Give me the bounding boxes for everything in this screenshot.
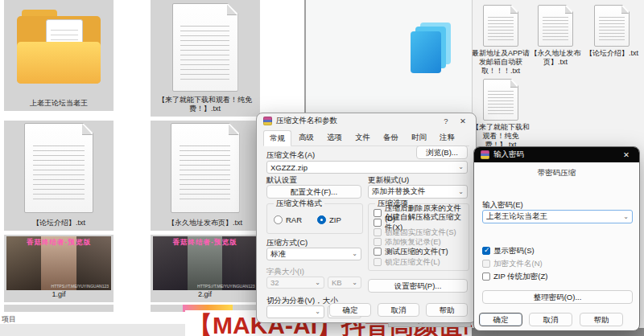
chevron-down-icon: ⌄ — [315, 309, 320, 315]
text-file-icon — [171, 123, 240, 213]
checkbox-icon — [374, 238, 382, 246]
gif-thumbnail: 香菇终结者-预览版 HTTPS://T.ME/YUYINGUAN123 — [153, 236, 258, 290]
txt-file-item[interactable]: 【永久地址发布页】.txt — [151, 121, 259, 231]
winrar-archive-dialog: 压缩文件名和参数 ? ✕ 常规 高级 选项 文件 备份 时间 注释 压缩文件名(… — [256, 113, 477, 323]
cancel-button[interactable]: 取消 — [378, 303, 419, 317]
tab-advanced[interactable]: 高级 — [293, 130, 320, 145]
folder-item[interactable]: 上老王论坛当老王 — [4, 0, 114, 111]
folder-label: 上老王论坛当老王 — [27, 99, 91, 108]
items-count-left: 项目 — [2, 314, 16, 325]
checkbox-icon — [374, 248, 382, 256]
tab-time[interactable]: 时间 — [406, 130, 432, 145]
txt-file-label: 最新地址及APP请发邮箱自动获取！！！.txt — [470, 49, 531, 76]
checkbox-icon — [374, 219, 382, 227]
txt-file-label: 【论坛介绍】.txt — [29, 219, 89, 227]
option-test-files-checkbox[interactable]: 测试压缩的文件(T) — [374, 247, 448, 256]
chevron-down-icon: ⌄ — [352, 280, 357, 286]
txt-file-item[interactable]: 最新地址及APP请发邮箱自动获取！！！.txt — [470, 5, 531, 76]
txt-file-label: 【永久地址发布页】.txt — [164, 219, 246, 227]
close-icon[interactable]: ✕ — [620, 150, 633, 159]
chevron-down-icon: ⌄ — [458, 189, 464, 195]
winrar-tab-strip: 常规 高级 选项 文件 备份 时间 注释 — [263, 130, 469, 146]
gif-thumbnail: 香菇终结者-预览版 HTTPS://T.ME/YUYINGUAN123 — [6, 236, 111, 290]
password-input[interactable] — [483, 212, 623, 221]
password-combobox: ⌄ — [482, 210, 633, 223]
winrar-dialog-title: 压缩文件名和参数 — [276, 116, 337, 126]
split-volumes-combobox[interactable]: ⌄ — [266, 305, 324, 318]
compression-options-group: 压缩选项 压缩后删除原来的文件(D) 创建自解压格式压缩文件(X) 创建固实压缩… — [368, 203, 469, 271]
gif-file-item[interactable]: 香菇终结者-预览版 HTTPS://T.ME/YUYINGUAN123 1.gi… — [4, 235, 114, 302]
desktop: 上老王论坛当老王 【来了就能下载和观看！纯免费！】.txt 【论坛介绍】.txt… — [0, 0, 644, 336]
winrar-icon — [263, 117, 272, 125]
folder-icon — [17, 10, 101, 84]
enter-password-dialog: 输入密码 ✕ 带密码压缩 输入密码(E) ⌄ 显示密码(S) 加密文件名(N) … — [473, 146, 640, 331]
gif-watermark: HTTPS://T.ME/YUYINGUAN123 — [52, 284, 109, 289]
archive-name-value: XGZZZ.zip — [270, 163, 308, 172]
compression-method-combobox[interactable]: 标准 ⌄ — [266, 248, 361, 260]
chevron-down-icon[interactable]: ⌄ — [623, 213, 632, 220]
zip-legacy-encryption-checkbox[interactable]: ZIP 传统加密(Z) — [482, 272, 547, 281]
compression-method-value: 标准 — [270, 249, 286, 260]
tab-files[interactable]: 文件 — [349, 130, 376, 145]
dictionary-unit-value: KB — [332, 278, 342, 287]
option-sfx-checkbox[interactable]: 创建自解压格式压缩文件(X) — [374, 218, 469, 227]
chevron-down-icon: ⌄ — [352, 251, 357, 257]
txt-file-item[interactable]: 【永久地址发布页】.txt — [525, 5, 586, 67]
winrar-dialog-titlebar[interactable]: 压缩文件名和参数 ? ✕ — [257, 113, 476, 129]
tab-backup[interactable]: 备份 — [378, 130, 404, 145]
text-file-icon — [594, 5, 630, 47]
txt-file-item[interactable]: 【来了就能下载和观看！纯免费！】.txt — [151, 0, 259, 117]
left-explorer-pane: 上老王论坛当老王 【来了就能下载和观看！纯免费！】.txt 【论坛介绍】.txt… — [0, 0, 259, 336]
chevron-down-icon: ⌄ — [315, 280, 320, 286]
browse-button[interactable]: 浏览(B)... — [416, 145, 468, 159]
format-zip-label: ZIP — [329, 215, 341, 224]
profiles-button[interactable]: 配置文件(F)... — [266, 185, 361, 199]
checkbox-icon — [374, 228, 382, 236]
ok-button[interactable]: 确定 — [479, 313, 522, 326]
format-rar-radio[interactable]: RAR — [274, 215, 302, 224]
password-dialog-titlebar[interactable]: 输入密码 ✕ — [474, 147, 639, 162]
format-rar-label: RAR — [286, 215, 302, 224]
winrar-icon — [481, 150, 489, 159]
text-file-icon — [24, 123, 93, 213]
tab-general[interactable]: 常规 — [263, 130, 291, 146]
gif-file-label: 2.gif — [195, 290, 215, 299]
radio-icon — [274, 215, 283, 224]
txt-file-item[interactable]: 【来了就能下载和观看！纯免费！】.txt — [470, 79, 531, 150]
dictionary-size-value: 32 — [270, 278, 279, 287]
show-password-checkbox[interactable]: 显示密码(S) — [482, 246, 535, 256]
dictionary-unit-combobox: KB ⌄ — [328, 277, 361, 289]
ok-button[interactable]: 确定 — [329, 303, 371, 317]
txt-file-item[interactable]: 【论坛介绍】.txt — [4, 121, 114, 231]
radio-icon — [317, 215, 326, 224]
set-password-button[interactable]: 设置密码(P)... — [368, 279, 468, 293]
gif-overlay-text: 香菇终结者-预览版 — [153, 238, 258, 248]
txt-file-item[interactable]: 【论坛介绍】.txt — [581, 5, 642, 58]
dictionary-size-combobox: 32 ⌄ — [266, 277, 324, 289]
help-button[interactable]: 帮助 — [580, 313, 623, 326]
update-mode-combobox[interactable]: 添加并替换文件 ⌄ — [368, 185, 468, 199]
help-button[interactable]: 帮助 — [426, 303, 468, 317]
format-zip-radio[interactable]: ZIP — [317, 215, 341, 224]
cancel-button[interactable]: 取消 — [529, 313, 572, 326]
gif-watermark: HTTPS://T.ME/YUYINGUAN123 — [197, 284, 254, 289]
option-lock-archive-checkbox: 锁定压缩文件(L) — [374, 257, 440, 267]
option-solid-archive-checkbox: 创建固实压缩文件(S) — [374, 227, 456, 237]
txt-file-label: 【来了就能下载和观看！纯免费！】.txt — [151, 96, 259, 113]
archive-name-combobox[interactable]: XGZZZ.zip ⌄ — [266, 161, 468, 174]
organize-passwords-button[interactable]: 整理密码(O)... — [482, 290, 633, 304]
option-recovery-record-checkbox: 添加恢复记录(E) — [374, 237, 441, 247]
close-icon[interactable]: ✕ — [456, 117, 469, 125]
gif-file-item[interactable]: 香菇终结者-预览版 HTTPS://T.ME/YUYINGUAN123 2.gi… — [151, 235, 259, 302]
text-file-icon — [483, 5, 518, 47]
tab-comment[interactable]: 注释 — [434, 130, 460, 145]
archive-name-label: 压缩文件名(A) — [266, 150, 315, 161]
help-icon[interactable]: ? — [440, 117, 452, 125]
gif-file-label: 1.gif — [48, 290, 68, 299]
text-file-icon — [483, 79, 518, 121]
archive-format-group-label: 压缩文件格式 — [274, 199, 324, 209]
tab-options[interactable]: 选项 — [321, 130, 348, 145]
checkbox-icon — [482, 272, 490, 281]
bottom-strip — [0, 324, 185, 336]
archive-format-group: 压缩文件格式 RAR ZIP — [266, 203, 363, 234]
